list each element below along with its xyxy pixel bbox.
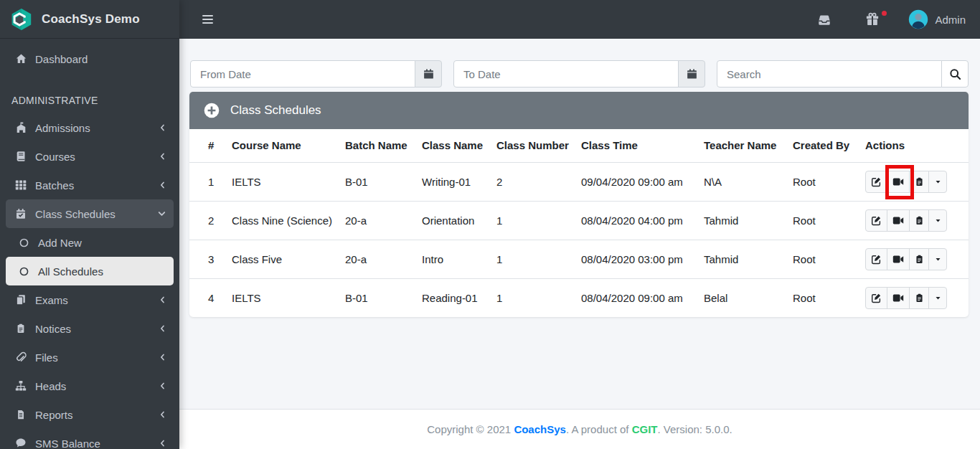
sidebar-item-dashboard[interactable]: Dashboard [6,44,174,73]
sidebar-menu: DashboardADMINISTRATIVEAdmissionsCourses… [0,39,179,449]
caret-down-icon [934,217,942,225]
user-label: Admin [935,14,966,26]
cell-course: Class Five [232,240,345,278]
caret-down-button[interactable] [928,171,947,193]
card-header: Class Schedules [189,92,969,129]
sidebar-item-label: SMS Balance [35,438,156,449]
sidebar-item-notices[interactable]: Notices [6,314,174,343]
video-icon [892,255,904,264]
sidebar-item-files[interactable]: Files [6,343,174,372]
sidebar-item-label: All Schedules [38,265,166,278]
cell-class-name: Writing-01 [422,162,496,201]
cell-class-time: 08/04/2020 03:00 pm [581,240,704,278]
from-date-calendar-button[interactable] [415,60,442,88]
video-button[interactable] [887,248,910,270]
sidebar-item-label: Dashboard [35,53,166,65]
cell-teacher: N\A [704,162,793,201]
paste-button[interactable] [909,248,929,270]
caret-down-button[interactable] [928,287,947,309]
cell-actions [865,162,969,201]
action-button-group [865,248,947,270]
chevron-left-icon [156,353,166,361]
cell-actions [865,201,969,240]
video-icon [892,293,904,303]
sidebar-item-courses[interactable]: Courses [6,142,174,171]
sidebar-item-label: Reports [35,409,156,421]
footer-company-link[interactable]: CGIT [632,423,658,435]
search-button[interactable] [941,60,969,88]
chevron-down-icon [156,209,166,218]
sidebar-item-add-new[interactable]: Add New [6,228,174,257]
copy-icon [14,294,27,306]
video-button[interactable] [887,209,910,232]
cell-num: 4 [189,278,232,317]
chevron-left-icon [156,324,166,333]
cell-class-name: Intro [422,240,496,278]
sidebar-item-batches[interactable]: Batches [6,171,174,199]
edit-button[interactable] [865,248,887,270]
sidebar-item-sms-balance[interactable]: SMS Balance [6,429,174,449]
gift-icon[interactable] [865,12,880,27]
from-date-group [190,60,442,88]
cell-class-number: 1 [496,201,581,240]
cell-num: 3 [189,240,232,278]
cell-class-number: 1 [496,278,581,317]
to-date-input[interactable] [453,60,679,88]
cell-batch: 20-a [345,240,422,278]
sidebar-toggle-button[interactable] [201,12,215,27]
sidebar-item-all-schedules[interactable]: All Schedules [6,257,174,285]
edit-button[interactable] [865,209,887,232]
chevron-left-icon [156,152,166,161]
cell-teacher: Belal [704,278,793,317]
chevron-left-icon [156,382,166,390]
grid-icon [14,179,27,191]
coachsys-logo-icon [9,7,34,32]
search-icon [949,68,961,80]
cell-course: Class Nine (Science) [232,201,345,240]
cell-class-time: 08/04/2020 09:00 am [581,278,704,317]
caret-down-button[interactable] [928,248,947,270]
sidebar-item-exams[interactable]: Exams [6,285,174,314]
chevron-left-icon [156,123,166,132]
column-header: Batch Name [345,129,422,162]
user-menu[interactable]: Admin [908,9,966,29]
sidebar-item-label: Heads [35,380,156,392]
edit-button[interactable] [865,287,887,309]
sitemap-icon [14,380,27,392]
edit-icon [871,215,882,226]
filter-bar [179,39,980,88]
clipboard-icon [14,323,27,334]
calendar-check-icon [14,208,27,219]
column-header: Teacher Name [704,129,793,162]
sidebar-item-class-schedules[interactable]: Class Schedules [6,199,174,228]
to-date-calendar-button[interactable] [678,60,705,88]
action-button-group [865,287,947,309]
edit-button[interactable] [865,171,887,193]
add-schedule-button[interactable] [204,103,220,118]
sidebar-item-heads[interactable]: Heads [6,372,174,400]
paperclip-icon [14,351,27,363]
cell-actions [865,278,969,317]
brand[interactable]: CoachSys Demo [0,0,179,39]
action-button-group [865,171,947,193]
video-button[interactable] [887,287,910,309]
main-content: Class Schedules #Course NameBatch NameCl… [179,39,980,409]
paste-button[interactable] [909,209,929,232]
inbox-icon[interactable] [816,13,832,27]
table-row: 3Class Five20-aIntro108/04/2020 03:00 pm… [189,240,969,278]
from-date-input[interactable] [190,60,415,88]
sidebar-item-reports[interactable]: Reports [6,400,174,429]
footer-brand-link[interactable]: CoachSys [514,423,566,435]
paste-icon [915,254,924,265]
search-input[interactable] [717,60,942,88]
paste-button[interactable] [909,287,929,309]
cell-batch: B-01 [345,278,422,317]
sidebar-item-admissions[interactable]: Admissions [6,113,174,142]
caret-down-icon [934,255,942,263]
video-button[interactable] [887,171,910,193]
cell-created-by: Root [793,240,865,278]
caret-down-button[interactable] [928,209,947,232]
calendar-icon [687,68,697,80]
to-date-group [453,60,705,88]
paste-button[interactable] [909,171,929,193]
